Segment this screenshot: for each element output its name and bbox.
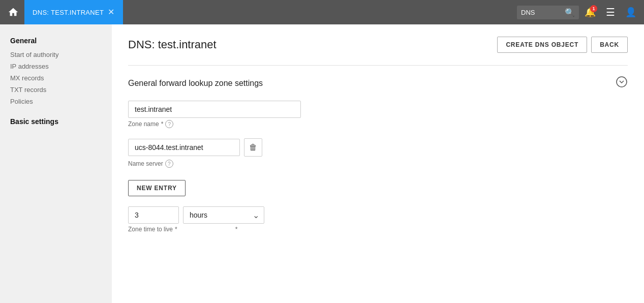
- header-divider: [128, 65, 628, 66]
- notification-badge: 1: [590, 5, 597, 12]
- menu-icon: ☰: [606, 6, 615, 18]
- sidebar-item-ip-addresses[interactable]: IP addresses: [10, 60, 102, 72]
- ttl-label: Zone time to live *: [128, 226, 177, 233]
- user-icon: 👤: [625, 7, 636, 18]
- zone-name-input[interactable]: [128, 101, 301, 118]
- user-button[interactable]: 👤: [622, 3, 640, 21]
- page-header: DNS: test.intranet CREATE DNS OBJECT BAC…: [128, 37, 628, 53]
- sidebar-item-start-of-authority[interactable]: Start of authority: [10, 49, 102, 60]
- name-server-label: Name server ?: [128, 160, 628, 168]
- ttl-unit-wrapper: seconds minutes hours days ⌄: [183, 206, 264, 224]
- header-buttons: CREATE DNS OBJECT BACK: [497, 37, 628, 53]
- page-title: DNS: test.intranet: [128, 38, 217, 51]
- menu-button[interactable]: ☰: [601, 3, 620, 21]
- sidebar-group-title-basic[interactable]: Basic settings: [10, 117, 102, 126]
- zone-name-group: Zone name * ?: [128, 101, 628, 128]
- sidebar: General Start of authority IP addresses …: [0, 24, 112, 303]
- zone-name-info-icon[interactable]: ?: [165, 120, 173, 128]
- sidebar-group-basic: Basic settings: [10, 117, 102, 126]
- nameserver-row: 🗑: [128, 138, 628, 157]
- main-container: General Start of authority IP addresses …: [0, 24, 644, 303]
- back-button[interactable]: BACK: [591, 37, 628, 53]
- home-icon: [8, 7, 19, 18]
- zone-name-label: Zone name * ?: [128, 120, 628, 128]
- ttl-value-group: [128, 206, 179, 224]
- new-entry-button[interactable]: NEW ENTRY: [128, 180, 186, 196]
- svg-point-0: [617, 77, 627, 87]
- zone-name-required-star: *: [161, 120, 164, 128]
- ttl-unit-select[interactable]: seconds minutes hours days: [183, 206, 264, 224]
- name-server-input[interactable]: [128, 139, 240, 156]
- name-server-info-icon[interactable]: ?: [165, 160, 173, 168]
- ttl-group: seconds minutes hours days ⌄ Zone time t…: [128, 206, 628, 233]
- section-title: General forward lookup zone settings: [128, 79, 263, 88]
- section-toggle-button[interactable]: [616, 76, 628, 90]
- ttl-unit-required: *: [235, 226, 238, 233]
- topbar-right: 🔍 🔔 1 ☰ 👤: [517, 3, 640, 21]
- search-input[interactable]: [521, 9, 562, 16]
- ttl-required-star: *: [175, 226, 177, 233]
- sidebar-group-general: General Start of authority IP addresses …: [10, 37, 102, 107]
- topbar: DNS: TEST.INTRANET ✕ 🔍 🔔 1 ☰ 👤: [0, 0, 644, 24]
- trash-icon: 🗑: [249, 143, 257, 152]
- content-area: DNS: test.intranet CREATE DNS OBJECT BAC…: [112, 24, 644, 303]
- section-header: General forward lookup zone settings: [128, 76, 628, 90]
- active-tab[interactable]: DNS: TEST.INTRANET ✕: [24, 0, 123, 24]
- ttl-labels: Zone time to live * *: [128, 224, 628, 233]
- delete-nameserver-button[interactable]: 🗑: [244, 138, 262, 157]
- chevron-down-icon: [616, 76, 628, 88]
- create-dns-object-button[interactable]: CREATE DNS OBJECT: [497, 37, 587, 53]
- home-button[interactable]: [4, 3, 22, 21]
- sidebar-item-policies[interactable]: Policies: [10, 96, 102, 107]
- ttl-row: seconds minutes hours days ⌄: [128, 206, 628, 224]
- sidebar-item-txt-records[interactable]: TXT records: [10, 84, 102, 96]
- tab-close-button[interactable]: ✕: [108, 8, 114, 16]
- notification-button[interactable]: 🔔 1: [581, 3, 599, 21]
- search-icon[interactable]: 🔍: [565, 8, 575, 17]
- sidebar-group-title-general[interactable]: General: [10, 37, 102, 45]
- name-server-group: 🗑 Name server ?: [128, 138, 628, 168]
- ttl-value-input[interactable]: [128, 206, 179, 224]
- tab-label: DNS: TEST.INTRANET: [33, 9, 104, 16]
- search-bar: 🔍: [517, 6, 579, 19]
- sidebar-item-mx-records[interactable]: MX records: [10, 72, 102, 84]
